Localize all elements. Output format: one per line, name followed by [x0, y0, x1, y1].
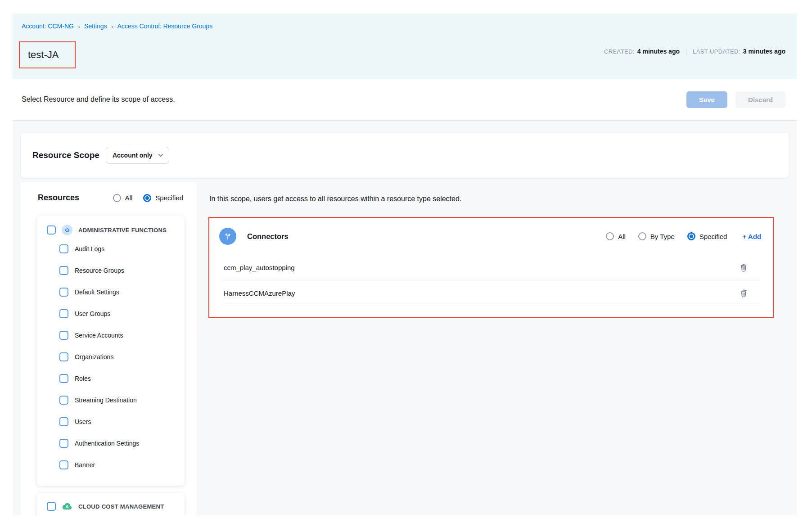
delete-connector-button[interactable]	[738, 261, 749, 274]
resource-item-default-settings[interactable]: Default Settings	[37, 281, 185, 303]
resources-header: Resources All Specified	[21, 182, 197, 203]
resource-scope-dropdown[interactable]: Account only	[106, 147, 169, 164]
admin-functions-card: ⚙ ADMINISTRATIVE FUNCTIONS Audit Logs Re…	[37, 216, 185, 486]
svg-text:$: $	[66, 504, 69, 509]
cloud-cost-checkbox[interactable]	[47, 502, 56, 511]
radio-unchecked-icon[interactable]	[113, 194, 121, 202]
item-label: Authentication Settings	[75, 440, 139, 447]
created-label: CREATED:	[604, 48, 635, 55]
radio-unchecked-icon[interactable]	[606, 232, 614, 240]
connector-name: ccm_play_autostopping	[222, 264, 738, 271]
chevron-down-icon	[158, 152, 163, 157]
admin-functions-header: ⚙ ADMINISTRATIVE FUNCTIONS	[37, 222, 185, 238]
radio-checked-icon[interactable]	[687, 232, 695, 240]
breadcrumb-current[interactable]: Access Control: Resource Groups	[117, 23, 213, 30]
last-updated-label: LAST UPDATED:	[693, 48, 740, 55]
checkbox-icon[interactable]	[59, 460, 68, 469]
connectors-title: Connectors	[247, 232, 289, 241]
radio-checked-icon[interactable]	[143, 194, 151, 202]
resource-scope-label: Resource Scope	[32, 150, 99, 160]
radio-specified-label: Specified	[155, 194, 183, 202]
resource-item-service-accounts[interactable]: Service Accounts	[37, 325, 185, 346]
add-connector-button[interactable]: + Add	[742, 233, 761, 240]
item-label: Resource Groups	[75, 267, 124, 274]
trash-icon	[740, 289, 748, 298]
discard-button[interactable]: Discard	[735, 91, 785, 108]
connectors-radio-all[interactable]: All	[606, 232, 626, 240]
resources-radio-group: All Specified	[113, 194, 183, 202]
title-annotation-box: test-JA	[19, 41, 76, 68]
connector-icon	[219, 228, 236, 245]
resource-item-resource-groups[interactable]: Resource Groups	[37, 260, 185, 281]
resource-item-user-groups[interactable]: User Groups	[37, 303, 185, 325]
resource-item-audit-logs[interactable]: Audit Logs	[37, 238, 185, 260]
resources-title: Resources	[38, 193, 79, 203]
resource-item-users[interactable]: Users	[37, 411, 185, 433]
admin-functions-checkbox[interactable]	[47, 225, 56, 234]
item-label: Audit Logs	[75, 245, 104, 252]
item-label: User Groups	[75, 310, 110, 317]
checkbox-icon[interactable]	[59, 396, 68, 405]
radio-all-label: All	[125, 194, 133, 202]
scope-note: In this scope, users get access to all r…	[209, 195, 461, 203]
item-label: Banner	[75, 461, 95, 469]
item-label: Organizations	[75, 353, 113, 361]
page-header: Account: CCM-NG › Settings › Access Cont…	[13, 14, 797, 79]
cloud-dollar-icon: $	[62, 501, 72, 512]
checkbox-icon[interactable]	[59, 309, 68, 318]
checkbox-icon[interactable]	[59, 244, 68, 253]
item-label: Default Settings	[75, 289, 119, 296]
checkbox-icon[interactable]	[59, 374, 68, 383]
save-button[interactable]: Save	[686, 91, 727, 108]
radio-all-label: All	[618, 233, 626, 240]
radio-specified-label: Specified	[699, 233, 727, 240]
gear-icon: ⚙	[62, 225, 72, 235]
cloud-cost-card: $ CLOUD COST MANAGEMENT	[37, 493, 185, 515]
resource-item-banner[interactable]: Banner	[37, 454, 185, 476]
connectors-radio-specified[interactable]: Specified	[687, 232, 727, 240]
resource-item-roles[interactable]: Roles	[37, 368, 185, 389]
delete-connector-button[interactable]	[738, 287, 749, 299]
checkbox-icon[interactable]	[59, 352, 68, 361]
resource-scope-value: Account only	[113, 152, 153, 159]
cloud-cost-label: CLOUD COST MANAGEMENT	[78, 503, 164, 510]
connector-row: HarnessCCMAzurePlay	[222, 280, 760, 306]
cloud-cost-header: $ CLOUD COST MANAGEMENT	[37, 498, 185, 514]
trash-icon	[740, 263, 748, 272]
connector-row: ccm_play_autostopping	[222, 255, 760, 280]
connector-name: HarnessCCMAzurePlay	[222, 289, 738, 297]
checkbox-icon[interactable]	[59, 288, 68, 297]
checkbox-icon[interactable]	[59, 439, 68, 448]
connectors-annotation-box: Connectors All By Type Specified	[208, 217, 774, 318]
breadcrumb-account-link[interactable]: Account: CCM-NG	[22, 23, 74, 30]
page: Account: CCM-NG › Settings › Access Cont…	[13, 14, 797, 515]
resources-panel: Resources All Specified ⚙	[21, 182, 197, 515]
radio-unchecked-icon[interactable]	[638, 232, 646, 240]
checkbox-icon[interactable]	[59, 266, 68, 275]
created-value: 4 minutes ago	[637, 48, 680, 55]
checkbox-icon[interactable]	[59, 417, 68, 426]
toolbar-buttons: Save Discard	[686, 91, 785, 108]
breadcrumb-settings-link[interactable]: Settings	[84, 23, 107, 30]
connectors-radio-group: All By Type Specified	[606, 232, 727, 240]
resource-item-authentication-settings[interactable]: Authentication Settings	[37, 433, 185, 454]
divider	[686, 47, 686, 55]
item-label: Streaming Destination	[75, 397, 137, 404]
resource-item-streaming-destination[interactable]: Streaming Destination	[37, 389, 185, 411]
main-content: Resource Scope Account only Resources Al…	[13, 121, 797, 515]
breadcrumb: Account: CCM-NG › Settings › Access Cont…	[22, 23, 212, 30]
page-title: test-JA	[28, 49, 59, 61]
connectors-header: Connectors All By Type Specified	[209, 218, 773, 255]
admin-functions-label: ADMINISTRATIVE FUNCTIONS	[78, 227, 167, 234]
checkbox-icon[interactable]	[59, 331, 68, 340]
chevron-right-icon: ›	[111, 23, 113, 30]
connectors-radio-by-type[interactable]: By Type	[638, 232, 675, 240]
item-label: Roles	[75, 375, 91, 382]
resources-radio-all[interactable]: All	[113, 194, 133, 202]
resources-radio-specified[interactable]: Specified	[143, 194, 183, 202]
last-updated-value: 3 minutes ago	[743, 48, 785, 55]
resource-scope-card: Resource Scope Account only	[21, 133, 789, 178]
item-label: Service Accounts	[75, 332, 123, 339]
item-label: Users	[75, 418, 91, 425]
resource-item-organizations[interactable]: Organizations	[37, 346, 185, 368]
